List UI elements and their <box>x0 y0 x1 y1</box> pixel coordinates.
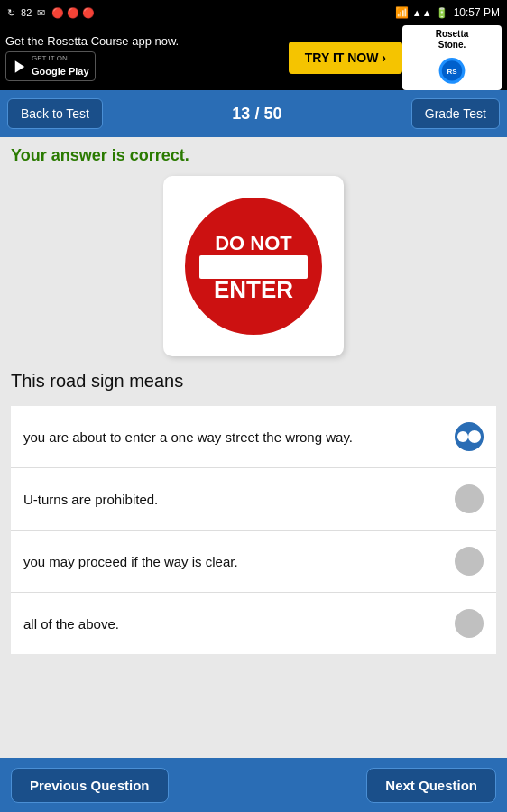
option-row-4[interactable]: all of the above. <box>11 593 496 654</box>
rosetta-stone-icon: RS <box>434 51 470 87</box>
next-question-button[interactable]: Next Question <box>366 768 496 803</box>
sign-container: DO NOT ENTER <box>11 176 496 356</box>
rosetta-logo-text: RosettaStone. <box>436 29 469 51</box>
ad-title: Get the Rosetta Course app now. <box>5 34 179 48</box>
back-to-test-button[interactable]: Back to Test <box>7 98 103 129</box>
question-text: This road sign means <box>11 371 496 392</box>
option-text-1: you are about to enter a one way street … <box>23 428 455 447</box>
rosetta-stone-logo: RosettaStone. RS <box>402 25 502 90</box>
option-text-4: all of the above. <box>23 614 455 633</box>
google-play-icon <box>12 59 28 75</box>
radio-option-4[interactable] <box>455 609 484 638</box>
options-container: you are about to enter a one way street … <box>11 406 496 654</box>
option-row-1[interactable]: you are about to enter a one way street … <box>11 406 496 468</box>
ad-cta-button[interactable]: TRY IT NOW › <box>289 42 402 74</box>
wifi-icon: 📶 <box>395 6 409 19</box>
option-row-3[interactable]: you may proceed if the way is clear. <box>11 531 496 593</box>
svg-text:RS: RS <box>447 68 457 76</box>
status-left-icons: ↻ 82 ✉ 🔴 🔴 🔴 <box>7 7 95 19</box>
status-right-icons: 📶 ▲▲ 🔋 10:57 PM <box>395 6 500 19</box>
battery-icon: 🔋 <box>436 7 448 19</box>
question-counter: 13 / 50 <box>232 105 281 124</box>
sign-wrapper: DO NOT ENTER <box>163 176 344 356</box>
previous-question-button[interactable]: Previous Question <box>11 768 169 803</box>
status-icons: ↻ 82 ✉ 🔴 🔴 🔴 <box>7 7 95 19</box>
radio-option-2[interactable] <box>455 484 484 513</box>
signal-icon: ▲▲ <box>412 7 432 18</box>
time-display: 10:57 PM <box>454 6 500 19</box>
option-row-2[interactable]: U-turns are prohibited. <box>11 468 496 531</box>
status-bar: ↻ 82 ✉ 🔴 🔴 🔴 📶 ▲▲ 🔋 10:57 PM <box>0 0 507 25</box>
ad-banner[interactable]: Get the Rosetta Course app now. GET IT O… <box>0 25 507 90</box>
svg-text:DO NOT: DO NOT <box>215 232 292 254</box>
ad-left-section: Get the Rosetta Course app now. GET IT O… <box>5 34 289 81</box>
google-play-badge[interactable]: GET IT ON Google Play <box>5 51 96 81</box>
grade-test-button[interactable]: Grade Test <box>411 98 500 129</box>
svg-marker-0 <box>15 60 25 73</box>
correct-message: Your answer is correct. <box>11 146 496 165</box>
content-area: Your answer is correct. DO NOT ENTER Thi… <box>0 137 507 663</box>
do-not-enter-sign: DO NOT ENTER <box>181 194 326 338</box>
option-text-2: U-turns are prohibited. <box>23 490 455 509</box>
svg-text:ENTER: ENTER <box>214 276 293 303</box>
nav-bar: Back to Test 13 / 50 Grade Test <box>0 90 507 137</box>
radio-option-3[interactable] <box>455 547 484 576</box>
radio-option-1[interactable] <box>455 422 484 451</box>
bottom-bar: Previous Question Next Question <box>0 758 507 812</box>
option-text-3: you may proceed if the way is clear. <box>23 552 455 571</box>
